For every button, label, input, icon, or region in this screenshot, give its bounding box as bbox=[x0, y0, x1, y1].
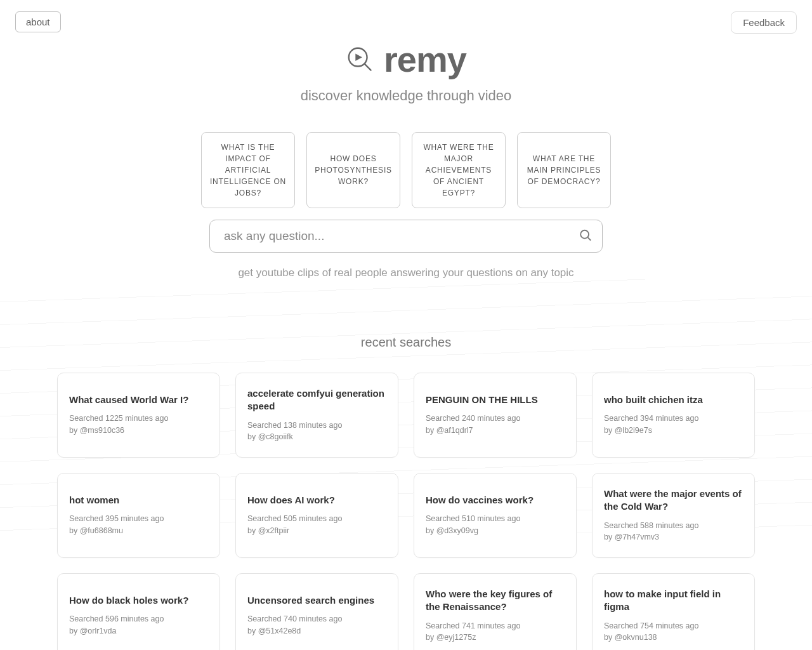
search-container bbox=[209, 220, 603, 253]
search-submit-button[interactable] bbox=[579, 229, 593, 244]
recent-search-card[interactable]: How do black holes work?Searched 596 min… bbox=[57, 573, 220, 650]
recent-search-title: accelerate comfyui generation speed bbox=[247, 387, 386, 413]
recent-search-time: Searched 505 minutes ago bbox=[247, 513, 386, 525]
recent-search-author: by @fu6868mu bbox=[69, 525, 208, 537]
recent-search-card[interactable]: hot womenSearched 395 minutes agoby @fu6… bbox=[57, 473, 220, 558]
recent-search-author: by @lb2i9e7s bbox=[604, 425, 743, 437]
recent-searches-header: recent searches bbox=[0, 335, 812, 350]
recent-search-time: Searched 741 minutes ago bbox=[426, 620, 565, 632]
recent-search-title: How does AI work? bbox=[247, 494, 386, 507]
about-button[interactable]: about bbox=[15, 11, 61, 32]
logo: remy bbox=[0, 39, 812, 80]
recent-search-title: What were the major events of the Cold W… bbox=[604, 488, 743, 514]
suggestion-card[interactable]: HOW DOES PHOTOSYNTHESIS WORK? bbox=[306, 132, 400, 208]
recent-search-card[interactable]: Uncensored search enginesSearched 740 mi… bbox=[235, 573, 398, 650]
recent-search-time: Searched 395 minutes ago bbox=[69, 513, 208, 525]
feedback-button[interactable]: Feedback bbox=[731, 11, 797, 34]
recent-searches-grid: What caused World War I?Searched 1225 mi… bbox=[0, 350, 812, 650]
svg-line-1 bbox=[365, 63, 372, 70]
recent-search-time: Searched 740 minutes ago bbox=[247, 613, 386, 625]
hero-section: remy discover knowledge through video WH… bbox=[0, 39, 812, 279]
recent-search-time: Searched 240 minutes ago bbox=[426, 413, 565, 425]
recent-search-author: by @c8goiifk bbox=[247, 431, 386, 443]
recent-search-author: by @eyj1275z bbox=[426, 632, 565, 644]
recent-search-author: by @af1qdrl7 bbox=[426, 425, 565, 437]
search-input[interactable] bbox=[209, 220, 603, 253]
recent-search-time: Searched 510 minutes ago bbox=[426, 513, 565, 525]
recent-search-time: Searched 1225 minutes ago bbox=[69, 413, 208, 425]
svg-marker-2 bbox=[355, 53, 362, 61]
svg-line-4 bbox=[588, 237, 591, 241]
recent-search-card[interactable]: Who were the key figures of the Renaissa… bbox=[414, 573, 577, 650]
svg-point-3 bbox=[580, 230, 589, 239]
recent-search-title: how to make input field in figma bbox=[604, 588, 743, 614]
suggestion-card[interactable]: WHAT ARE THE MAIN PRINCIPLES OF DEMOCRAC… bbox=[517, 132, 611, 208]
tagline: discover knowledge through video bbox=[0, 88, 812, 104]
recent-search-author: by @51x42e8d bbox=[247, 625, 386, 637]
recent-search-author: by @x2ftpiir bbox=[247, 525, 386, 537]
recent-search-title: What caused World War I? bbox=[69, 394, 208, 406]
recent-search-author: by @d3xy09vg bbox=[426, 525, 565, 537]
recent-search-title: How do black holes work? bbox=[69, 594, 208, 607]
recent-search-title: hot women bbox=[69, 494, 208, 507]
recent-search-time: Searched 588 minutes ago bbox=[604, 520, 743, 532]
recent-search-title: How do vaccines work? bbox=[426, 494, 565, 507]
suggestion-row: WHAT IS THE IMPACT OF ARTIFICIAL INTELLI… bbox=[0, 132, 812, 208]
recent-search-card[interactable]: How does AI work?Searched 505 minutes ag… bbox=[235, 473, 398, 558]
recent-search-title: PENGUIN ON THE HILLS bbox=[426, 394, 565, 406]
suggestion-card[interactable]: WHAT IS THE IMPACT OF ARTIFICIAL INTELLI… bbox=[201, 132, 295, 208]
recent-search-author: by @7h47vmv3 bbox=[604, 531, 743, 543]
recent-search-card[interactable]: who built chichen itzaSearched 394 minut… bbox=[592, 373, 755, 458]
recent-search-time: Searched 394 minutes ago bbox=[604, 413, 743, 425]
recent-search-author: by @okvnu138 bbox=[604, 632, 743, 644]
recent-search-card[interactable]: PENGUIN ON THE HILLSSearched 240 minutes… bbox=[414, 373, 577, 458]
recent-search-time: Searched 754 minutes ago bbox=[604, 620, 743, 632]
recent-search-card[interactable]: accelerate comfyui generation speedSearc… bbox=[235, 373, 398, 458]
recent-search-time: Searched 138 minutes ago bbox=[247, 420, 386, 432]
recent-search-time: Searched 596 minutes ago bbox=[69, 613, 208, 625]
recent-search-card[interactable]: What caused World War I?Searched 1225 mi… bbox=[57, 373, 220, 458]
search-icon bbox=[579, 235, 593, 244]
subtext: get youtube clips of real people answeri… bbox=[0, 267, 812, 279]
recent-search-card[interactable]: How do vaccines work?Searched 510 minute… bbox=[414, 473, 577, 558]
logo-text: remy bbox=[384, 39, 466, 80]
recent-search-title: who built chichen itza bbox=[604, 394, 743, 406]
recent-search-title: Who were the key figures of the Renaissa… bbox=[426, 588, 565, 614]
recent-search-author: by @orlr1vda bbox=[69, 625, 208, 637]
recent-search-author: by @ms910c36 bbox=[69, 425, 208, 437]
suggestion-card[interactable]: WHAT WERE THE MAJOR ACHIEVEMENTS OF ANCI… bbox=[412, 132, 506, 208]
recent-search-title: Uncensored search engines bbox=[247, 594, 386, 607]
recent-search-card[interactable]: how to make input field in figmaSearched… bbox=[592, 573, 755, 650]
search-play-icon bbox=[346, 45, 375, 74]
recent-search-card[interactable]: What were the major events of the Cold W… bbox=[592, 473, 755, 558]
